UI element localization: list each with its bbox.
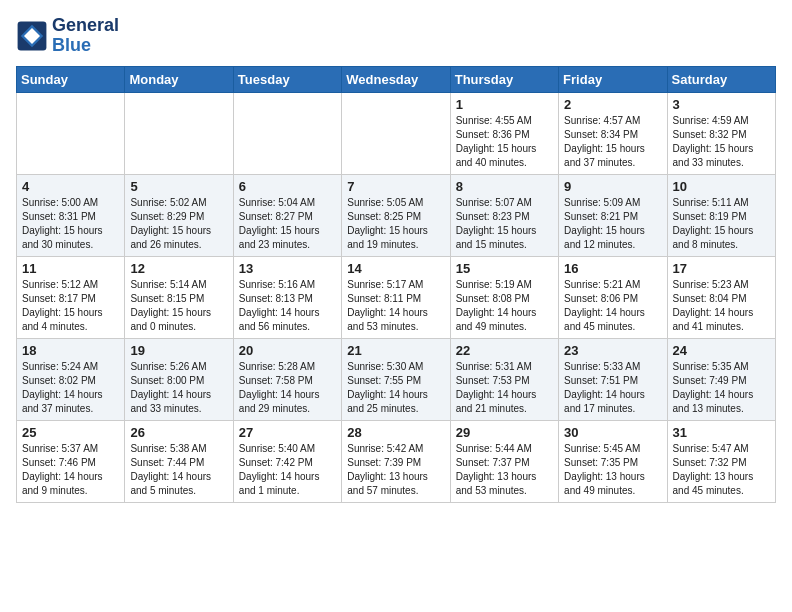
day-info: Sunrise: 4:57 AM Sunset: 8:34 PM Dayligh…	[564, 114, 661, 170]
day-number: 23	[564, 343, 661, 358]
day-cell-17: 17Sunrise: 5:23 AM Sunset: 8:04 PM Dayli…	[667, 256, 775, 338]
day-info: Sunrise: 5:38 AM Sunset: 7:44 PM Dayligh…	[130, 442, 227, 498]
day-info: Sunrise: 5:07 AM Sunset: 8:23 PM Dayligh…	[456, 196, 553, 252]
day-number: 8	[456, 179, 553, 194]
day-info: Sunrise: 5:17 AM Sunset: 8:11 PM Dayligh…	[347, 278, 444, 334]
day-cell-12: 12Sunrise: 5:14 AM Sunset: 8:15 PM Dayli…	[125, 256, 233, 338]
day-info: Sunrise: 5:09 AM Sunset: 8:21 PM Dayligh…	[564, 196, 661, 252]
day-number: 27	[239, 425, 336, 440]
day-cell-5: 5Sunrise: 5:02 AM Sunset: 8:29 PM Daylig…	[125, 174, 233, 256]
logo-text-general: General	[52, 16, 119, 36]
day-number: 31	[673, 425, 770, 440]
week-row-2: 4Sunrise: 5:00 AM Sunset: 8:31 PM Daylig…	[17, 174, 776, 256]
day-info: Sunrise: 5:35 AM Sunset: 7:49 PM Dayligh…	[673, 360, 770, 416]
day-number: 21	[347, 343, 444, 358]
logo-icon	[16, 20, 48, 52]
day-info: Sunrise: 5:00 AM Sunset: 8:31 PM Dayligh…	[22, 196, 119, 252]
day-info: Sunrise: 5:33 AM Sunset: 7:51 PM Dayligh…	[564, 360, 661, 416]
weekday-monday: Monday	[125, 66, 233, 92]
day-cell-14: 14Sunrise: 5:17 AM Sunset: 8:11 PM Dayli…	[342, 256, 450, 338]
day-number: 15	[456, 261, 553, 276]
day-cell-9: 9Sunrise: 5:09 AM Sunset: 8:21 PM Daylig…	[559, 174, 667, 256]
day-number: 25	[22, 425, 119, 440]
day-cell-27: 27Sunrise: 5:40 AM Sunset: 7:42 PM Dayli…	[233, 420, 341, 502]
day-number: 28	[347, 425, 444, 440]
day-number: 22	[456, 343, 553, 358]
day-number: 18	[22, 343, 119, 358]
day-cell-6: 6Sunrise: 5:04 AM Sunset: 8:27 PM Daylig…	[233, 174, 341, 256]
day-cell-16: 16Sunrise: 5:21 AM Sunset: 8:06 PM Dayli…	[559, 256, 667, 338]
day-number: 6	[239, 179, 336, 194]
day-number: 2	[564, 97, 661, 112]
logo: General Blue	[16, 16, 119, 56]
day-number: 19	[130, 343, 227, 358]
day-info: Sunrise: 5:02 AM Sunset: 8:29 PM Dayligh…	[130, 196, 227, 252]
day-cell-22: 22Sunrise: 5:31 AM Sunset: 7:53 PM Dayli…	[450, 338, 558, 420]
day-number: 9	[564, 179, 661, 194]
week-row-4: 18Sunrise: 5:24 AM Sunset: 8:02 PM Dayli…	[17, 338, 776, 420]
empty-cell	[233, 92, 341, 174]
day-number: 1	[456, 97, 553, 112]
day-cell-29: 29Sunrise: 5:44 AM Sunset: 7:37 PM Dayli…	[450, 420, 558, 502]
day-number: 29	[456, 425, 553, 440]
weekday-thursday: Thursday	[450, 66, 558, 92]
day-number: 24	[673, 343, 770, 358]
day-number: 7	[347, 179, 444, 194]
day-info: Sunrise: 5:14 AM Sunset: 8:15 PM Dayligh…	[130, 278, 227, 334]
day-cell-10: 10Sunrise: 5:11 AM Sunset: 8:19 PM Dayli…	[667, 174, 775, 256]
weekday-friday: Friday	[559, 66, 667, 92]
day-number: 14	[347, 261, 444, 276]
day-cell-7: 7Sunrise: 5:05 AM Sunset: 8:25 PM Daylig…	[342, 174, 450, 256]
day-info: Sunrise: 5:31 AM Sunset: 7:53 PM Dayligh…	[456, 360, 553, 416]
day-cell-24: 24Sunrise: 5:35 AM Sunset: 7:49 PM Dayli…	[667, 338, 775, 420]
logo-text-blue: Blue	[52, 36, 119, 56]
day-number: 26	[130, 425, 227, 440]
empty-cell	[125, 92, 233, 174]
day-info: Sunrise: 5:11 AM Sunset: 8:19 PM Dayligh…	[673, 196, 770, 252]
day-number: 3	[673, 97, 770, 112]
day-cell-18: 18Sunrise: 5:24 AM Sunset: 8:02 PM Dayli…	[17, 338, 125, 420]
day-info: Sunrise: 5:19 AM Sunset: 8:08 PM Dayligh…	[456, 278, 553, 334]
day-cell-26: 26Sunrise: 5:38 AM Sunset: 7:44 PM Dayli…	[125, 420, 233, 502]
day-info: Sunrise: 5:37 AM Sunset: 7:46 PM Dayligh…	[22, 442, 119, 498]
week-row-1: 1Sunrise: 4:55 AM Sunset: 8:36 PM Daylig…	[17, 92, 776, 174]
day-number: 13	[239, 261, 336, 276]
day-info: Sunrise: 5:28 AM Sunset: 7:58 PM Dayligh…	[239, 360, 336, 416]
day-cell-25: 25Sunrise: 5:37 AM Sunset: 7:46 PM Dayli…	[17, 420, 125, 502]
day-info: Sunrise: 5:26 AM Sunset: 8:00 PM Dayligh…	[130, 360, 227, 416]
empty-cell	[17, 92, 125, 174]
day-cell-13: 13Sunrise: 5:16 AM Sunset: 8:13 PM Dayli…	[233, 256, 341, 338]
day-info: Sunrise: 5:47 AM Sunset: 7:32 PM Dayligh…	[673, 442, 770, 498]
day-cell-21: 21Sunrise: 5:30 AM Sunset: 7:55 PM Dayli…	[342, 338, 450, 420]
calendar-table: SundayMondayTuesdayWednesdayThursdayFrid…	[16, 66, 776, 503]
weekday-header-row: SundayMondayTuesdayWednesdayThursdayFrid…	[17, 66, 776, 92]
day-cell-19: 19Sunrise: 5:26 AM Sunset: 8:00 PM Dayli…	[125, 338, 233, 420]
day-cell-30: 30Sunrise: 5:45 AM Sunset: 7:35 PM Dayli…	[559, 420, 667, 502]
day-cell-2: 2Sunrise: 4:57 AM Sunset: 8:34 PM Daylig…	[559, 92, 667, 174]
day-info: Sunrise: 5:21 AM Sunset: 8:06 PM Dayligh…	[564, 278, 661, 334]
weekday-tuesday: Tuesday	[233, 66, 341, 92]
day-info: Sunrise: 5:12 AM Sunset: 8:17 PM Dayligh…	[22, 278, 119, 334]
day-number: 30	[564, 425, 661, 440]
day-cell-11: 11Sunrise: 5:12 AM Sunset: 8:17 PM Dayli…	[17, 256, 125, 338]
day-number: 5	[130, 179, 227, 194]
day-number: 12	[130, 261, 227, 276]
day-info: Sunrise: 5:45 AM Sunset: 7:35 PM Dayligh…	[564, 442, 661, 498]
day-cell-23: 23Sunrise: 5:33 AM Sunset: 7:51 PM Dayli…	[559, 338, 667, 420]
day-cell-20: 20Sunrise: 5:28 AM Sunset: 7:58 PM Dayli…	[233, 338, 341, 420]
day-info: Sunrise: 5:30 AM Sunset: 7:55 PM Dayligh…	[347, 360, 444, 416]
day-info: Sunrise: 4:59 AM Sunset: 8:32 PM Dayligh…	[673, 114, 770, 170]
weekday-wednesday: Wednesday	[342, 66, 450, 92]
day-cell-31: 31Sunrise: 5:47 AM Sunset: 7:32 PM Dayli…	[667, 420, 775, 502]
day-info: Sunrise: 4:55 AM Sunset: 8:36 PM Dayligh…	[456, 114, 553, 170]
day-info: Sunrise: 5:42 AM Sunset: 7:39 PM Dayligh…	[347, 442, 444, 498]
day-number: 4	[22, 179, 119, 194]
day-cell-15: 15Sunrise: 5:19 AM Sunset: 8:08 PM Dayli…	[450, 256, 558, 338]
empty-cell	[342, 92, 450, 174]
day-number: 10	[673, 179, 770, 194]
day-info: Sunrise: 5:23 AM Sunset: 8:04 PM Dayligh…	[673, 278, 770, 334]
day-cell-4: 4Sunrise: 5:00 AM Sunset: 8:31 PM Daylig…	[17, 174, 125, 256]
day-cell-8: 8Sunrise: 5:07 AM Sunset: 8:23 PM Daylig…	[450, 174, 558, 256]
week-row-5: 25Sunrise: 5:37 AM Sunset: 7:46 PM Dayli…	[17, 420, 776, 502]
day-info: Sunrise: 5:04 AM Sunset: 8:27 PM Dayligh…	[239, 196, 336, 252]
